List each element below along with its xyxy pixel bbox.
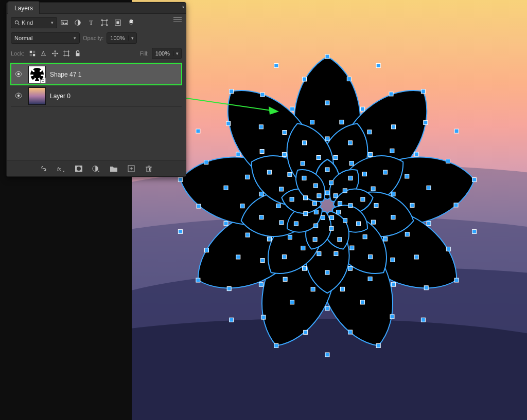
fill-input[interactable]: 100%▾ — [152, 48, 182, 59]
svg-rect-9 — [102, 21, 107, 25]
svg-rect-15 — [116, 21, 119, 24]
pixel-layer-icon[interactable] — [60, 19, 68, 27]
filter-type-select[interactable]: Kind ▾ — [11, 17, 57, 28]
layer-thumbnail[interactable] — [28, 66, 46, 83]
lock-transparent-icon[interactable] — [28, 49, 37, 58]
group-icon[interactable] — [109, 164, 118, 173]
blend-mode-select[interactable]: Normal ▾ — [11, 32, 80, 44]
lock-image-icon[interactable] — [40, 49, 48, 58]
visibility-toggle-icon[interactable] — [13, 70, 24, 79]
chevron-down-icon: ▾ — [173, 51, 181, 56]
document-canvas[interactable] — [132, 0, 527, 420]
layers-tab[interactable]: Layers — [8, 1, 40, 14]
opacity-input[interactable]: 100%▾ — [107, 32, 136, 44]
panel-tab-bar: × ›› Layers — [7, 3, 186, 14]
adjustment-icon[interactable] — [92, 164, 101, 173]
artboard-toggle-icon[interactable] — [127, 19, 135, 27]
new-layer-icon[interactable] — [127, 164, 136, 173]
flower-shape-selection[interactable] — [157, 31, 497, 370]
layer-name-label[interactable]: Layer 0 — [50, 93, 71, 100]
svg-rect-27 — [76, 53, 80, 56]
svg-rect-10 — [101, 20, 103, 21]
svg-rect-13 — [107, 25, 108, 26]
svg-point-29 — [17, 94, 20, 96]
svg-rect-12 — [101, 25, 103, 26]
lock-label: Lock: — [11, 50, 24, 57]
lock-position-icon[interactable] — [51, 49, 59, 58]
filter-icons: T — [60, 19, 135, 27]
layers-panel: × ›› Layers Kind ▾ T — [6, 2, 186, 177]
visibility-toggle-icon[interactable] — [13, 92, 24, 100]
layer-row[interactable]: Shape 47 1 — [11, 63, 182, 85]
svg-point-32 — [77, 167, 81, 171]
opacity-label: Opacity: — [83, 35, 103, 41]
panel-menu-icon[interactable] — [173, 17, 182, 22]
svg-rect-37 — [147, 167, 151, 172]
svg-text:T: T — [89, 19, 93, 26]
svg-rect-22 — [64, 51, 69, 56]
svg-rect-21 — [33, 54, 35, 56]
collapse-panel-icon[interactable]: ›› — [182, 4, 183, 10]
smart-object-icon[interactable] — [114, 19, 122, 27]
layer-filter-row: Kind ▾ T — [11, 17, 182, 28]
type-layer-icon[interactable]: T — [87, 19, 95, 27]
layer-name-label[interactable]: Shape 47 1 — [50, 71, 81, 78]
chevron-down-icon: ▾ — [74, 35, 76, 41]
lock-all-icon[interactable] — [74, 49, 82, 58]
layer-list: Shape 47 1Layer 0 — [11, 63, 182, 106]
layer-row[interactable]: Layer 0 — [11, 85, 182, 106]
svg-point-6 — [62, 22, 63, 23]
svg-point-3 — [15, 21, 18, 24]
svg-point-28 — [17, 72, 20, 75]
svg-rect-20 — [30, 54, 32, 56]
chevron-down-icon: ▾ — [128, 35, 136, 41]
svg-rect-19 — [33, 51, 35, 53]
svg-rect-18 — [30, 51, 32, 53]
search-icon — [14, 20, 20, 26]
svg-line-4 — [18, 23, 20, 25]
trash-icon[interactable] — [144, 164, 153, 173]
lock-artboard-icon[interactable] — [62, 49, 71, 58]
fill-label: Fill: — [140, 50, 149, 57]
layer-thumbnail[interactable] — [28, 87, 46, 105]
fx-icon[interactable]: fx — [57, 164, 66, 173]
chevron-down-icon: ▾ — [51, 20, 54, 25]
link-layers-icon[interactable] — [39, 164, 48, 173]
shape-layer-icon[interactable] — [100, 19, 109, 27]
layers-footer: fx — [7, 160, 186, 176]
adjustment-layer-icon[interactable] — [74, 19, 82, 27]
svg-rect-11 — [107, 20, 108, 21]
svg-text:fx: fx — [57, 166, 62, 171]
mask-icon[interactable] — [74, 164, 83, 173]
